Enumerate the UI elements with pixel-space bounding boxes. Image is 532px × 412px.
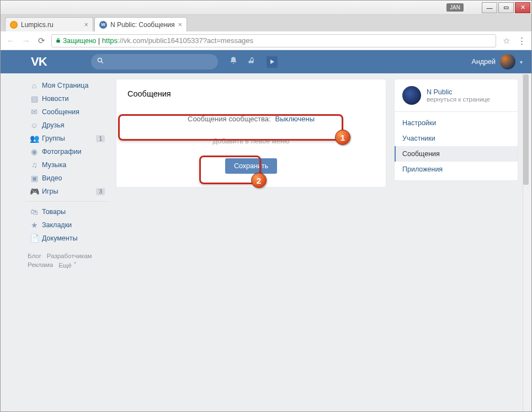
scrollbar-track[interactable] [523,73,530,412]
right-column: N Public вернуться к странице Настройки … [394,79,518,412]
secure-label: Защищено [63,37,96,45]
nav-label: Моя Страница [42,82,105,89]
nav-badge: 1 [96,135,105,142]
community-messages-setting: Сообщения сообщества: Выключены [127,109,375,132]
url-scheme: https [102,36,118,45]
secure-lock-icon: Защищено [55,37,96,45]
nav-photos[interactable]: ◉Фотографии [25,145,108,158]
manage-apps[interactable]: Приложения [395,162,518,177]
svg-line-1 [101,62,103,63]
nav-label: Друзья [42,121,105,129]
left-nav: ⌂Моя Страница ▤Новости ✉Сообщения ☺Друзь… [25,79,108,412]
nav-messages[interactable]: ✉Сообщения [25,105,108,119]
play-icon[interactable] [267,56,278,68]
svg-point-0 [98,58,102,62]
bookmark-star-icon[interactable]: ☆ [501,35,512,46]
manage-messages[interactable]: Сообщения [395,146,518,162]
nav-my-page[interactable]: ⌂Моя Страница [25,79,108,92]
window-titlebar: JAN — ▭ ✕ [1,1,531,15]
nav-news[interactable]: ▤Новости [25,92,108,105]
footer-more[interactable]: Ещё ˅ [58,261,77,269]
video-icon: ▣ [29,174,40,183]
nav-label: Документы [42,234,105,242]
main-column: Сообщения Сообщения сообщества: Выключен… [116,79,386,412]
tab-close-icon[interactable]: × [178,20,182,29]
footer-ads[interactable]: Реклама [28,261,53,269]
scrollbar-thumb[interactable] [523,74,529,185]
nav-label: Закладки [42,221,105,229]
tab-close-icon[interactable]: × [84,20,88,29]
window-maximize-button[interactable]: ▭ [498,2,514,13]
annotation-badge-1: 1 [335,130,350,145]
tab-title: Lumpics.ru [21,21,81,29]
nav-label: Музыка [42,161,105,169]
browser-addressbar: ← → ⟳ Защищено | https://vk.com/public16… [1,31,531,50]
footer-links: Блог Разработчикам Реклама Ещё ˅ [25,253,108,269]
nav-groups[interactable]: 👥Группы1 [25,132,108,145]
camera-icon: ◉ [29,147,40,156]
search-input[interactable] [91,54,218,69]
music-icon: ♫ [29,160,40,169]
footer-blog[interactable]: Блог [28,253,41,259]
window-close-button[interactable]: ✕ [515,2,530,13]
nav-label: Группы [42,135,96,142]
url-input[interactable]: Защищено | https://vk.com/public16410533… [51,34,496,47]
nav-label: Сообщения [42,108,105,116]
tab-title: N Public: Сообщения [110,21,174,29]
footer-developers[interactable]: Разработчикам [47,253,92,259]
nav-label: Новости [42,95,105,103]
vk-favicon-icon: W [99,21,107,29]
window-minimize-button[interactable]: — [482,2,497,13]
browser-tab-lumpics[interactable]: Lumpics.ru × [5,17,93,31]
search-icon [97,57,104,67]
friends-icon: ☺ [29,121,40,130]
browser-tab-vk[interactable]: W N Public: Сообщения × [94,17,187,31]
news-icon: ▤ [29,94,40,103]
nav-label: Товары [42,208,105,216]
nav-badge: 3 [96,188,105,195]
community-name[interactable]: N Public [427,88,490,96]
chevron-down-icon: ▾ [520,59,523,65]
back-to-page-link[interactable]: вернуться к странице [427,96,490,103]
reload-icon[interactable]: ⟳ [36,35,47,46]
community-manage-card: N Public вернуться к странице Настройки … [394,79,518,181]
nav-label: Видео [42,174,105,182]
nav-games[interactable]: 🎮Игры3 [25,185,108,198]
header-icons [229,56,278,68]
nav-friends[interactable]: ☺Друзья [25,119,108,132]
groups-icon: 👥 [29,134,40,143]
music-note-icon[interactable] [248,56,257,68]
url-rest: ://vk.com/public164105337?act=messages [118,36,253,45]
gamepad-icon: 🎮 [29,187,40,196]
nav-documents[interactable]: 📄Документы [25,232,108,245]
message-icon: ✉ [29,108,40,116]
lumpics-favicon-icon [10,21,18,29]
manage-members[interactable]: Участники [395,131,518,146]
browser-tabstrip: Lumpics.ru × W N Public: Сообщения × [1,15,531,31]
setting-value-dropdown[interactable]: Выключены [275,115,315,123]
obscured-text: Добавить в левое меню [213,137,290,145]
save-button[interactable]: Сохранить [225,158,277,174]
home-icon: ⌂ [29,81,40,90]
user-avatar-icon [500,54,515,69]
vk-logo[interactable]: VK [31,55,47,69]
community-avatar-icon [402,86,421,105]
nav-label: Игры [42,188,96,195]
setting-label: Сообщения сообщества: [188,115,271,123]
browser-menu-icon[interactable]: ⋮ [516,35,527,46]
nav-bookmarks[interactable]: ★Закладки [25,218,108,232]
back-icon[interactable]: ← [5,35,16,46]
manage-settings[interactable]: Настройки [395,115,518,131]
manage-menu: Настройки Участники Сообщения Приложения [395,112,518,180]
forward-icon[interactable]: → [20,35,31,46]
nav-music[interactable]: ♫Музыка [25,158,108,172]
nav-goods[interactable]: 🛍Товары [25,205,108,218]
star-icon: ★ [29,221,40,229]
nav-label: Фотографии [42,148,105,156]
bag-icon: 🛍 [29,207,40,216]
page-title: Сообщения [127,89,375,98]
nav-separator [25,201,108,202]
nav-video[interactable]: ▣Видео [25,172,108,185]
notifications-bell-icon[interactable] [229,56,238,68]
user-menu[interactable]: Андрей ▾ [472,54,523,69]
